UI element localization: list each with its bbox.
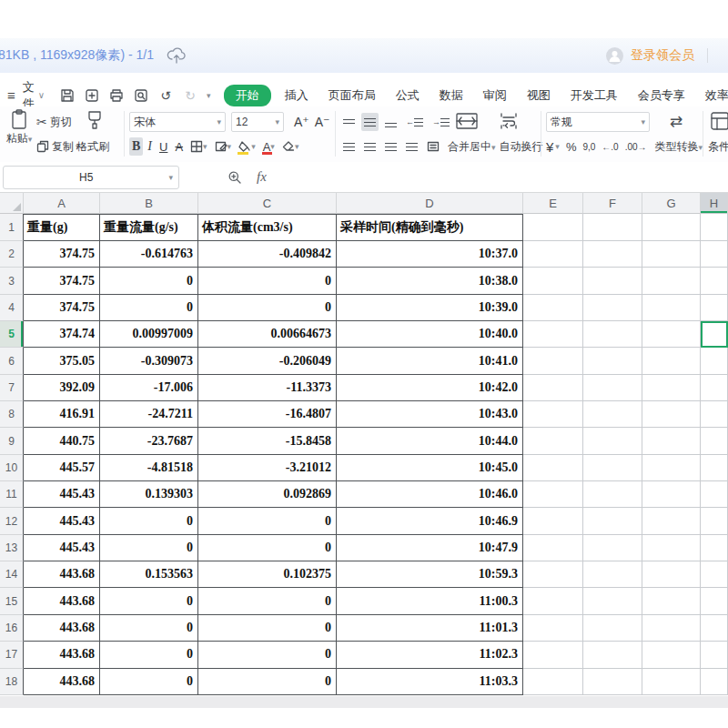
font-color-button[interactable]: A ▾ [260, 137, 278, 156]
cell-F8[interactable] [583, 401, 642, 428]
file-chevron-icon[interactable]: ∨ [38, 90, 45, 100]
cell-C6[interactable]: -0.206049 [198, 348, 337, 374]
increase-font-button[interactable]: A⁺ [291, 113, 312, 131]
currency-button[interactable]: ¥ [546, 139, 553, 155]
save-icon[interactable] [59, 87, 76, 104]
cell-F10[interactable] [583, 455, 642, 481]
cell-H17[interactable] [701, 642, 728, 668]
cell-E5[interactable] [523, 321, 583, 348]
tab-member[interactable]: 会员专享 [628, 85, 695, 106]
cut-button[interactable]: ✂ 剪切 [36, 111, 72, 133]
cell-G16[interactable] [642, 615, 701, 642]
cell-C18[interactable]: 0 [198, 669, 337, 695]
tab-efficiency[interactable]: 效率 [695, 85, 728, 106]
cell-E3[interactable] [523, 268, 583, 294]
cell-E15[interactable] [523, 588, 583, 614]
cell-A4[interactable]: 374.75 [24, 295, 100, 321]
cell-B7[interactable]: -17.006 [100, 375, 198, 401]
cell-F17[interactable] [583, 642, 642, 668]
row-header-8[interactable]: 8 [0, 401, 24, 428]
cell-A12[interactable]: 445.43 [24, 508, 100, 534]
column-header-B[interactable]: B [100, 193, 198, 214]
cell-C8[interactable]: -16.4807 [198, 401, 337, 428]
underline-button[interactable]: U [157, 137, 170, 156]
percent-button[interactable]: % [566, 140, 577, 154]
cell-A16[interactable]: 443.68 [24, 615, 100, 642]
cell-F4[interactable] [583, 295, 642, 321]
cell-A9[interactable]: 440.75 [24, 428, 100, 454]
cell-D16[interactable]: 11:01.3 [337, 615, 523, 642]
row-header-7[interactable]: 7 [0, 375, 24, 401]
cell-D17[interactable]: 11:02.3 [337, 642, 523, 668]
cell-H16[interactable] [701, 615, 728, 642]
cell-G11[interactable] [642, 481, 701, 508]
row-header-18[interactable]: 18 [0, 669, 24, 695]
cell-H18[interactable] [701, 669, 728, 695]
tab-review[interactable]: 审阅 [473, 85, 517, 106]
cell-G15[interactable] [642, 588, 701, 614]
cell-D12[interactable]: 10:46.9 [337, 508, 523, 534]
cell-C5[interactable]: 0.00664673 [198, 321, 337, 348]
row-header-12[interactable]: 12 [0, 508, 24, 534]
cell-A18[interactable]: 443.68 [24, 669, 100, 695]
cell-D6[interactable]: 10:41.0 [337, 348, 523, 374]
align-left-icon[interactable] [340, 137, 358, 156]
cell-E18[interactable] [523, 669, 583, 695]
row-header-6[interactable]: 6 [0, 348, 24, 374]
cell-H13[interactable] [701, 535, 728, 561]
strikethrough-button[interactable]: A [172, 137, 186, 156]
row-header-2[interactable]: 2 [0, 241, 24, 268]
cell-G5[interactable] [642, 321, 701, 348]
cell-F3[interactable] [583, 268, 642, 294]
cell-E10[interactable] [523, 455, 583, 481]
cell-F14[interactable] [583, 561, 642, 588]
cell-A5[interactable]: 374.74 [24, 321, 100, 348]
cell-F5[interactable] [583, 321, 642, 348]
cell-H6[interactable] [701, 348, 728, 374]
cell-E14[interactable] [523, 561, 583, 588]
print-icon[interactable] [108, 87, 125, 104]
row-header-3[interactable]: 3 [0, 268, 24, 294]
select-all-corner[interactable] [0, 193, 24, 214]
cell-C12[interactable]: 0 [198, 508, 337, 534]
cell-H4[interactable] [701, 295, 728, 321]
cell-E16[interactable] [523, 615, 583, 642]
cell-D14[interactable]: 10:59.3 [337, 561, 523, 588]
cell-F7[interactable] [583, 375, 642, 401]
cell-F2[interactable] [583, 241, 642, 268]
formula-input[interactable] [282, 166, 728, 189]
decrease-indent-icon[interactable]: ← [403, 113, 426, 131]
column-header-G[interactable]: G [642, 193, 701, 214]
align-center-icon[interactable] [361, 137, 379, 156]
cell-C11[interactable]: 0.092869 [198, 481, 337, 508]
align-bottom-icon[interactable] [382, 113, 399, 131]
cell-A17[interactable]: 443.68 [24, 642, 100, 668]
column-header-C[interactable]: C [198, 193, 337, 214]
row-header-9[interactable]: 9 [0, 428, 24, 454]
cell-E8[interactable] [523, 401, 583, 428]
cell-H12[interactable] [701, 508, 728, 534]
row-header-11[interactable]: 11 [0, 481, 24, 508]
distribute-icon[interactable] [424, 137, 442, 156]
cell-A8[interactable]: 416.91 [24, 401, 100, 428]
cloud-upload-icon[interactable] [167, 47, 187, 64]
print-preview-icon[interactable] [133, 87, 149, 104]
row-header-16[interactable]: 16 [0, 615, 24, 642]
cell-G1[interactable] [642, 214, 701, 241]
cell-F1[interactable] [583, 214, 642, 241]
cell-F11[interactable] [583, 481, 642, 508]
font-name-select[interactable]: 宋体 ▾ [129, 112, 226, 132]
cell-A1[interactable]: 重量(g) [24, 214, 100, 241]
cell-C9[interactable]: -15.8458 [198, 428, 337, 454]
login-member-link[interactable]: 登录领会员 [631, 47, 694, 64]
tab-data[interactable]: 数据 [430, 85, 473, 106]
cell-H8[interactable] [701, 401, 728, 428]
row-header-15[interactable]: 15 [0, 588, 24, 614]
cell-A7[interactable]: 392.09 [24, 375, 100, 401]
decrease-font-button[interactable]: A⁻ [312, 113, 333, 131]
cell-B18[interactable]: 0 [100, 669, 198, 695]
cell-E12[interactable] [523, 508, 583, 534]
cell-E7[interactable] [523, 375, 583, 401]
cell-F18[interactable] [583, 669, 642, 695]
cell-D13[interactable]: 10:47.9 [337, 535, 523, 561]
